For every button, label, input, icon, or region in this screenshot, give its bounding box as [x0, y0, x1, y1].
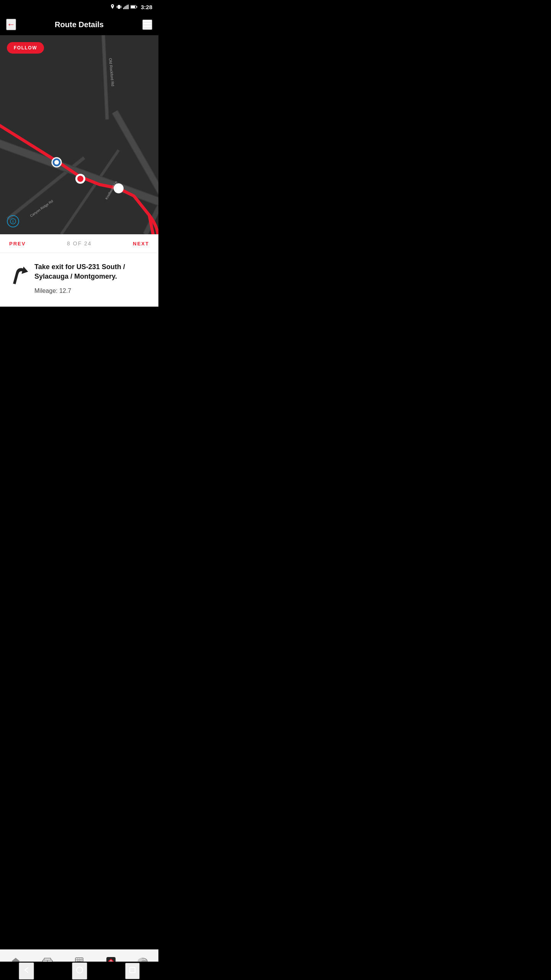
- mileage-value: 12.7: [59, 287, 71, 294]
- next-button[interactable]: NEXT: [133, 241, 149, 247]
- top-nav: ← Route Details: [0, 14, 158, 35]
- back-button[interactable]: ←: [6, 19, 16, 30]
- nav-controls: PREV 8 OF 24 NEXT: [0, 234, 158, 253]
- svg-rect-9: [136, 6, 137, 8]
- svg-rect-0: [118, 5, 120, 9]
- vibrate-icon: [117, 4, 121, 10]
- svg-rect-10: [131, 6, 135, 8]
- battery-icon: [130, 5, 137, 9]
- status-icons: 3:28: [110, 4, 152, 10]
- status-bar: 3:28: [0, 0, 158, 14]
- info-button[interactable]: i: [7, 215, 19, 227]
- page-title: Route Details: [55, 20, 104, 29]
- svg-text:i: i: [13, 219, 14, 224]
- svg-rect-2: [121, 6, 121, 8]
- svg-rect-7: [128, 5, 129, 9]
- svg-point-38: [117, 186, 121, 190]
- direction-detail: Take exit for US-231 South / Sylacauga /…: [0, 253, 158, 307]
- svg-rect-6: [127, 5, 127, 9]
- map-area: Old Rockford Rd Rocky Ridge Rd Rockford …: [0, 35, 158, 234]
- mileage-text: Mileage: 12.7: [34, 287, 149, 294]
- location-icon: [110, 4, 115, 10]
- follow-button[interactable]: FOLLOW: [7, 42, 44, 54]
- turn-arrow-icon: [6, 262, 31, 292]
- svg-rect-5: [126, 6, 126, 9]
- signal-icon: [123, 5, 129, 9]
- svg-rect-11: [143, 20, 152, 21]
- direction-text-block: Take exit for US-231 South / Sylacauga /…: [34, 262, 149, 294]
- step-counter: 8 OF 24: [67, 240, 92, 247]
- svg-rect-13: [143, 26, 152, 27]
- arrow-svg: [7, 262, 31, 289]
- svg-point-36: [77, 176, 83, 182]
- svg-rect-12: [143, 23, 152, 24]
- info-icon: i: [10, 218, 16, 224]
- direction-instruction: Take exit for US-231 South / Sylacauga /…: [34, 262, 149, 281]
- svg-rect-3: [123, 8, 124, 9]
- menu-icon: [143, 20, 152, 27]
- prev-button[interactable]: PREV: [9, 241, 26, 247]
- status-time: 3:28: [141, 4, 152, 10]
- svg-rect-1: [117, 6, 117, 8]
- svg-point-34: [54, 160, 59, 165]
- mileage-label: Mileage:: [34, 287, 59, 294]
- map-svg: Old Rockford Rd Rocky Ridge Rd Rockford …: [0, 35, 158, 234]
- menu-button[interactable]: [142, 20, 152, 30]
- svg-rect-4: [124, 7, 125, 9]
